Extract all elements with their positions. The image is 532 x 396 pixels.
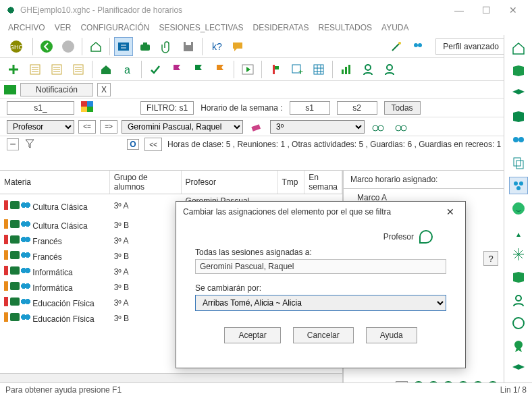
home-button[interactable] bbox=[86, 37, 105, 56]
s1-box[interactable]: s1_ bbox=[7, 101, 74, 115]
flag2-button[interactable] bbox=[189, 60, 208, 79]
grid2-button[interactable] bbox=[309, 60, 328, 79]
notification-button[interactable]: Notificación bbox=[20, 83, 93, 96]
briefcase-button[interactable] bbox=[136, 37, 155, 56]
vs-cap-icon[interactable] bbox=[509, 85, 528, 103]
col-materia[interactable]: Materia bbox=[0, 171, 109, 194]
week-s1-button[interactable]: s1 bbox=[290, 101, 330, 115]
glasses-button[interactable] bbox=[369, 117, 388, 136]
attach-button[interactable] bbox=[157, 37, 176, 56]
dialog-cancel-button[interactable]: Cancelar bbox=[293, 327, 354, 343]
letter-a-button[interactable]: a bbox=[118, 60, 137, 79]
dialog-ok-button[interactable]: Aceptar bbox=[224, 327, 280, 343]
vs-person-icon[interactable] bbox=[509, 291, 528, 309]
separator bbox=[82, 38, 82, 55]
menu-ayuda[interactable]: AYUDA bbox=[381, 23, 408, 32]
help-button[interactable]: k? bbox=[207, 37, 225, 56]
minimize-button[interactable]: — bbox=[446, 1, 473, 20]
check-button[interactable] bbox=[146, 60, 165, 79]
eraser-button[interactable] bbox=[247, 117, 266, 136]
combo-row: Profesor <= => Geromini Pascual, Raquel … bbox=[0, 117, 532, 136]
ghc-logo-button[interactable]: GHC bbox=[4, 37, 28, 56]
vs-copy-icon[interactable] bbox=[509, 154, 528, 171]
play-button[interactable] bbox=[238, 60, 257, 79]
rewind-button[interactable]: << bbox=[144, 138, 162, 151]
list3-button[interactable] bbox=[69, 60, 88, 79]
replace-with-label: Se cambiarán por: bbox=[195, 283, 446, 293]
vs-book2-icon[interactable] bbox=[509, 108, 528, 125]
help-q-button[interactable]: ? bbox=[483, 251, 498, 266]
close-button[interactable]: ✕ bbox=[500, 1, 527, 20]
menu-ver[interactable]: VER bbox=[55, 23, 72, 32]
people-icon bbox=[21, 298, 30, 306]
toolbar-main: GHC k? Perfil avanzado bbox=[0, 35, 532, 58]
redflag-button[interactable] bbox=[266, 60, 285, 79]
todas-button[interactable]: Todas bbox=[384, 101, 421, 115]
chart-button[interactable] bbox=[337, 60, 356, 79]
add-button[interactable] bbox=[4, 60, 23, 79]
notification-close-button[interactable]: X bbox=[97, 83, 111, 96]
col-profesor[interactable]: Profesor bbox=[181, 171, 277, 194]
list2-button[interactable] bbox=[47, 60, 66, 79]
role-select[interactable]: Profesor bbox=[7, 120, 74, 134]
exchange-button[interactable] bbox=[114, 37, 133, 56]
week-s2-button[interactable]: s2 bbox=[337, 101, 377, 115]
menu-desideratas[interactable]: DESIDERATAS bbox=[253, 23, 309, 32]
svg-rect-40 bbox=[514, 158, 521, 166]
col-grupo[interactable]: Grupo de alumnos bbox=[109, 171, 181, 194]
horizontal-scrollbar[interactable] bbox=[0, 373, 342, 383]
col-tmp[interactable]: Tmp bbox=[277, 171, 304, 194]
flag-tool-button[interactable] bbox=[167, 60, 186, 79]
dialog-close-button[interactable]: ✕ bbox=[442, 206, 458, 217]
flag3-button[interactable] bbox=[211, 60, 230, 79]
next-button[interactable]: => bbox=[100, 120, 117, 134]
vs-book1-icon[interactable] bbox=[509, 62, 528, 80]
person2-button[interactable] bbox=[380, 60, 399, 79]
teacher-select[interactable]: Geromini Pascual, Raquel bbox=[122, 120, 243, 134]
o-button[interactable]: O bbox=[127, 139, 139, 150]
vs-face2-icon[interactable] bbox=[509, 314, 528, 332]
prev-button[interactable]: <= bbox=[78, 120, 96, 134]
svg-point-37 bbox=[401, 125, 406, 131]
back-button[interactable] bbox=[37, 37, 56, 56]
vs-smile-icon[interactable] bbox=[509, 200, 528, 217]
vs-circles-icon[interactable] bbox=[509, 131, 528, 148]
filter-funnel-icon[interactable] bbox=[24, 138, 35, 151]
menu-resultados[interactable]: RESULTADOS bbox=[318, 23, 372, 32]
wizard-button[interactable] bbox=[387, 37, 406, 56]
svg-rect-30 bbox=[87, 101, 93, 107]
svg-point-34 bbox=[373, 125, 378, 131]
stats-text: Horas de clase: 5 , Reuniones: 1 , Otras… bbox=[167, 140, 501, 149]
menu-sesiones[interactable]: SESIONES_LECTIVAS bbox=[159, 23, 243, 32]
book-icon bbox=[10, 220, 20, 228]
grid-add-button[interactable]: + bbox=[288, 60, 307, 79]
replace-with-select[interactable]: Arribas Tomé, Alicia ~ Alicia bbox=[195, 295, 446, 311]
dialog-help-button[interactable]: Ayuda bbox=[366, 327, 417, 343]
svg-point-3 bbox=[62, 40, 74, 53]
minus-button[interactable]: − bbox=[7, 138, 19, 150]
vs-cap2-icon[interactable] bbox=[509, 360, 528, 378]
maximize-button[interactable]: ☐ bbox=[473, 1, 500, 20]
palette-icon[interactable] bbox=[81, 101, 93, 114]
vs-pin-icon[interactable] bbox=[509, 223, 528, 240]
menu-configuracion[interactable]: CONFIGURACIÓN bbox=[80, 23, 149, 32]
glasses2-button[interactable] bbox=[392, 117, 410, 136]
home2-button[interactable] bbox=[97, 60, 115, 79]
vs-snow-icon[interactable] bbox=[509, 246, 528, 263]
chat-button[interactable] bbox=[228, 37, 247, 56]
col-ensemana[interactable]: En semana bbox=[304, 171, 342, 194]
vs-home-icon[interactable] bbox=[509, 39, 528, 57]
filter-row: s1_ FILTRO: s1 Horario de la semana : s1… bbox=[0, 98, 532, 117]
svg-point-47 bbox=[513, 318, 524, 329]
profile-button[interactable]: Perfil avanzado bbox=[435, 38, 506, 55]
people-button[interactable] bbox=[408, 37, 427, 56]
person1-button[interactable] bbox=[358, 60, 377, 79]
list1-button[interactable] bbox=[26, 60, 45, 79]
menu-archivo[interactable]: ARCHIVO bbox=[8, 23, 45, 32]
vs-badge-icon[interactable] bbox=[509, 337, 528, 355]
save-button[interactable] bbox=[179, 37, 198, 56]
vs-book3-icon[interactable] bbox=[509, 268, 528, 286]
notification-bar: Notificación X bbox=[0, 81, 532, 98]
vs-groups-icon[interactable] bbox=[509, 177, 528, 194]
grade-select[interactable]: 3º bbox=[270, 120, 365, 134]
